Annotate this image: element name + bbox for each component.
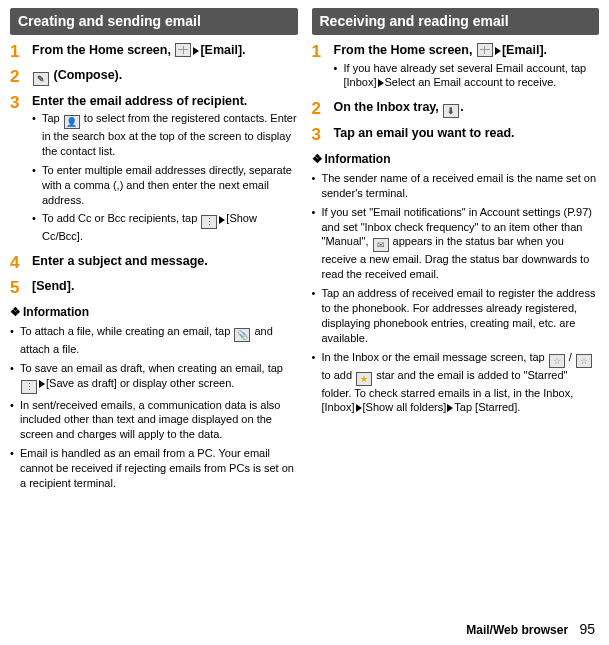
contact-icon [64,115,80,129]
step-title: On the Inbox tray, . [334,100,600,118]
step-sub-item: To enter multiple email addresses direct… [32,163,298,208]
left-info-heading: Information [10,304,298,320]
right-header: Receiving and reading email [312,8,600,35]
info-item: If you set "Email notifications" in Acco… [312,205,600,282]
step-body: (Compose). [32,68,298,88]
step-title: Tap an email you want to read. [334,126,600,142]
step-number: 3 [10,94,32,249]
step-sub-list: If you have already set several Email ac… [334,61,600,91]
step-sub-list: Tap to select from the registered contac… [32,111,298,244]
star-outline-icon [576,354,592,368]
info-item: The sender name of a received email is t… [312,171,600,201]
envelope-icon [373,238,389,252]
chevron-right-icon [39,380,45,388]
step-title: [Send]. [32,279,298,295]
step-title: (Compose). [32,68,298,86]
chevron-right-icon [378,79,384,87]
step-body: On the Inbox tray, . [334,100,600,120]
step: 5[Send]. [10,279,298,298]
left-column: Creating and sending email 1From the Hom… [10,8,298,495]
page-footer: Mail/Web browser 95 [466,620,595,639]
step-title: Enter the email address of recipient. [32,94,298,110]
left-info-list: To attach a file, while creating an emai… [10,324,298,491]
step-number: 5 [10,279,32,298]
step: 3Enter the email address of recipient.Ta… [10,94,298,249]
footer-label: Mail/Web browser [466,623,568,637]
step-number: 1 [312,43,334,94]
left-steps: 1From the Home screen, [Email].2 (Compos… [10,43,298,298]
inbox-refresh-icon [443,104,459,118]
step-number: 1 [10,43,32,62]
step-number: 2 [312,100,334,120]
chevron-right-icon [193,47,199,55]
step-title: Enter a subject and message. [32,254,298,270]
step-title: From the Home screen, [Email]. [32,43,298,59]
info-item: Email is handled as an email from a PC. … [10,446,298,491]
footer-page-number: 95 [579,621,595,637]
step-sub-item: If you have already set several Email ac… [334,61,600,91]
right-column: Receiving and reading email 1From the Ho… [312,8,600,495]
step-sub-item: To add Cc or Bcc recipients, tap [Show C… [32,211,298,244]
step-body: [Send]. [32,279,298,298]
more-options-icon [201,215,217,229]
step-body: Enter a subject and message. [32,254,298,273]
chevron-right-icon [495,47,501,55]
step-title: From the Home screen, [Email]. [334,43,600,59]
right-info-list: The sender name of a received email is t… [312,171,600,415]
step: 4Enter a subject and message. [10,254,298,273]
step-body: From the Home screen, [Email]. [32,43,298,62]
step-body: From the Home screen, [Email].If you hav… [334,43,600,94]
step-number: 2 [10,68,32,88]
chevron-right-icon [447,404,453,412]
compose-icon [33,72,49,86]
right-info-heading: Information [312,151,600,167]
step: 1From the Home screen, [Email].If you ha… [312,43,600,94]
apps-grid-icon [477,43,493,57]
step: 3Tap an email you want to read. [312,126,600,145]
step-number: 3 [312,126,334,145]
step: 2On the Inbox tray, . [312,100,600,120]
apps-grid-icon [175,43,191,57]
star-filled-icon [356,372,372,386]
left-header: Creating and sending email [10,8,298,35]
step-body: Tap an email you want to read. [334,126,600,145]
star-outline-icon [549,354,565,368]
page-columns: Creating and sending email 1From the Hom… [10,8,599,495]
more-options-icon [21,380,37,394]
info-item: Tap an address of received email to regi… [312,286,600,345]
step-number: 4 [10,254,32,273]
chevron-right-icon [219,216,225,224]
info-item: In the Inbox or the email message screen… [312,350,600,416]
chevron-right-icon [356,404,362,412]
step-body: Enter the email address of recipient.Tap… [32,94,298,249]
info-item: To attach a file, while creating an emai… [10,324,298,357]
step: 2 (Compose). [10,68,298,88]
info-item: In sent/received emails, a communication… [10,398,298,443]
step-sub-item: Tap to select from the registered contac… [32,111,298,159]
info-item: To save an email as draft, when creating… [10,361,298,394]
attach-icon [234,328,250,342]
step: 1From the Home screen, [Email]. [10,43,298,62]
right-steps: 1From the Home screen, [Email].If you ha… [312,43,600,145]
